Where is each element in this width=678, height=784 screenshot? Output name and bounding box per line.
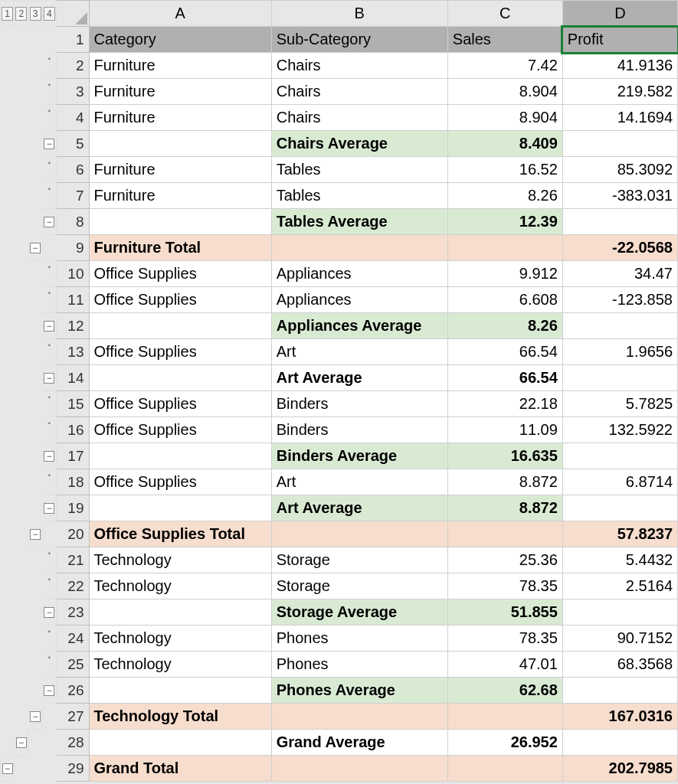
outline-collapse-button[interactable]: −: [30, 243, 41, 253]
cell-A28[interactable]: [89, 730, 271, 756]
row-header-24[interactable]: 24: [56, 626, 89, 652]
cell-B26[interactable]: Phones Average: [271, 678, 447, 704]
cell-C17[interactable]: 16.635: [447, 443, 562, 469]
cell-D20[interactable]: 57.8237: [562, 521, 677, 547]
cell-A3[interactable]: Furniture: [89, 79, 271, 105]
cell-C3[interactable]: 8.904: [447, 79, 562, 105]
cell-A22[interactable]: Technology: [89, 573, 271, 599]
cell-C18[interactable]: 8.872: [447, 469, 562, 495]
cell-B16[interactable]: Binders: [271, 417, 447, 443]
cell-D17[interactable]: [562, 443, 677, 469]
cell-B19[interactable]: Art Average: [271, 495, 447, 521]
cell-C27[interactable]: [447, 704, 562, 730]
cell-B27[interactable]: [271, 704, 447, 730]
cell-B25[interactable]: Phones: [271, 652, 447, 678]
row-header-6[interactable]: 6: [56, 157, 89, 183]
cell-C13[interactable]: 66.54: [447, 339, 562, 365]
cell-A18[interactable]: Office Supplies: [89, 469, 271, 495]
col-header-A[interactable]: A: [89, 1, 271, 27]
row-header-2[interactable]: 2: [56, 53, 89, 79]
row-header-1[interactable]: 1: [56, 27, 89, 53]
cell-B17[interactable]: Binders Average: [271, 443, 447, 469]
cell-C23[interactable]: 51.855: [447, 599, 562, 626]
col-header-D[interactable]: D: [562, 1, 677, 27]
cell-A9[interactable]: Furniture Total: [89, 235, 271, 261]
row-header-11[interactable]: 11: [56, 287, 89, 313]
cell-D1[interactable]: Profit: [562, 27, 677, 53]
row-header-19[interactable]: 19: [56, 495, 89, 521]
row-header-7[interactable]: 7: [56, 183, 89, 209]
outline-collapse-button[interactable]: −: [44, 321, 54, 332]
cell-A7[interactable]: Furniture: [89, 183, 271, 209]
row-header-26[interactable]: 26: [56, 678, 89, 704]
cell-A21[interactable]: Technology: [89, 547, 271, 573]
cell-C25[interactable]: 47.01: [447, 652, 562, 678]
cell-D23[interactable]: [562, 599, 677, 626]
row-header-25[interactable]: 25: [56, 652, 89, 678]
cell-B12[interactable]: Appliances Average: [271, 313, 447, 339]
cell-A4[interactable]: Furniture: [89, 105, 271, 131]
cell-B10[interactable]: Appliances: [271, 261, 447, 287]
cell-A14[interactable]: [89, 365, 271, 391]
cell-D11[interactable]: -123.858: [562, 287, 677, 313]
cell-A11[interactable]: Office Supplies: [89, 287, 271, 313]
row-header-9[interactable]: 9: [56, 235, 89, 261]
cell-C1[interactable]: Sales: [447, 27, 562, 53]
cell-C19[interactable]: 8.872: [447, 495, 562, 521]
cell-A23[interactable]: [89, 599, 271, 626]
cell-D22[interactable]: 2.5164: [562, 573, 677, 599]
outline-collapse-button[interactable]: −: [44, 217, 54, 227]
cell-A8[interactable]: [89, 209, 271, 235]
cell-C5[interactable]: 8.409: [447, 131, 562, 157]
cell-C24[interactable]: 78.35: [447, 626, 562, 652]
row-header-16[interactable]: 16: [56, 417, 89, 443]
cell-A15[interactable]: Office Supplies: [89, 391, 271, 417]
cell-C7[interactable]: 8.26: [447, 183, 562, 209]
cell-D13[interactable]: 1.9656: [562, 339, 677, 365]
cell-B29[interactable]: [271, 756, 447, 782]
cell-B15[interactable]: Binders: [271, 391, 447, 417]
row-header-8[interactable]: 8: [56, 209, 89, 235]
cell-B9[interactable]: [271, 235, 447, 261]
cell-C6[interactable]: 16.52: [447, 157, 562, 183]
cell-C9[interactable]: [447, 235, 562, 261]
cell-D27[interactable]: 167.0316: [562, 704, 677, 730]
outline-collapse-button[interactable]: −: [44, 373, 54, 384]
cell-B18[interactable]: Art: [271, 469, 447, 495]
cell-C22[interactable]: 78.35: [447, 573, 562, 599]
cell-C20[interactable]: [447, 521, 562, 547]
cell-B22[interactable]: Storage: [271, 573, 447, 599]
cell-A17[interactable]: [89, 443, 271, 469]
cell-B8[interactable]: Tables Average: [271, 209, 447, 235]
row-header-22[interactable]: 22: [56, 573, 89, 599]
cell-A5[interactable]: [89, 131, 271, 157]
cell-B1[interactable]: Sub-Category: [271, 27, 447, 53]
outline-collapse-button[interactable]: −: [44, 139, 54, 149]
cell-C12[interactable]: 8.26: [447, 313, 562, 339]
outline-collapse-button[interactable]: −: [44, 451, 54, 462]
cell-A20[interactable]: Office Supplies Total: [89, 521, 271, 547]
cell-D29[interactable]: 202.7985: [562, 756, 677, 782]
cell-C29[interactable]: [447, 756, 562, 782]
cell-B6[interactable]: Tables: [271, 157, 447, 183]
cell-A27[interactable]: Technology Total: [89, 704, 271, 730]
cell-D18[interactable]: 6.8714: [562, 469, 677, 495]
cell-D24[interactable]: 90.7152: [562, 626, 677, 652]
outline-level-2[interactable]: 2: [15, 1, 28, 27]
outline-level-3[interactable]: 3: [28, 1, 42, 27]
cell-C4[interactable]: 8.904: [447, 105, 562, 131]
cell-A29[interactable]: Grand Total: [89, 756, 271, 782]
cell-A19[interactable]: [89, 495, 271, 521]
row-header-13[interactable]: 13: [56, 339, 89, 365]
row-header-18[interactable]: 18: [56, 469, 89, 495]
cell-A16[interactable]: Office Supplies: [89, 417, 271, 443]
cell-A10[interactable]: Office Supplies: [89, 261, 271, 287]
cell-D16[interactable]: 132.5922: [562, 417, 677, 443]
row-header-3[interactable]: 3: [56, 79, 89, 105]
row-header-23[interactable]: 23: [56, 599, 89, 626]
cell-D5[interactable]: [562, 131, 677, 157]
cell-A6[interactable]: Furniture: [89, 157, 271, 183]
row-header-28[interactable]: 28: [56, 730, 89, 756]
cell-D4[interactable]: 14.1694: [562, 105, 677, 131]
cell-C15[interactable]: 22.18: [447, 391, 562, 417]
